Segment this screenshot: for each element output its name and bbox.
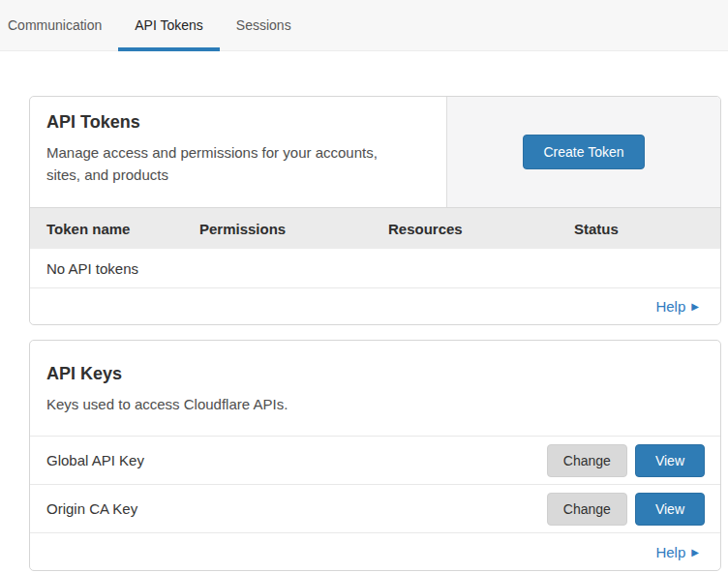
api-tokens-card-header-text: API Tokens Manage access and permissions… [30,97,446,207]
api-tokens-card-description: Manage access and permissions for your a… [46,141,414,187]
tab-sessions[interactable]: Sessions [220,0,308,50]
api-key-label: Origin CA Key [46,500,547,517]
tab-api-tokens[interactable]: API Tokens [118,0,220,50]
api-key-label: Global API Key [46,452,547,468]
column-header-resources: Resources [388,221,574,237]
column-header-permissions: Permissions [199,221,388,237]
api-keys-card: API Keys Keys used to access Cloudflare … [29,340,721,571]
api-tokens-card-action-panel: Create Token [446,97,720,207]
api-keys-card-title: API Keys [46,364,704,384]
keys-help-link-label: Help [655,544,685,560]
tab-bar: Communication API Tokens Sessions [0,0,728,51]
create-token-button[interactable]: Create Token [523,135,644,169]
keys-card-footer: Help ▶ [30,532,720,570]
api-tokens-card: API Tokens Manage access and permissions… [29,96,721,325]
column-header-status: Status [574,221,720,237]
tokens-help-link[interactable]: Help ▶ [655,298,699,315]
api-keys-card-description: Keys used to access Cloudflare APIs. [46,393,414,415]
api-tokens-card-title: API Tokens [46,112,427,133]
change-global-api-key-button[interactable]: Change [547,444,627,477]
help-arrow-icon: ▶ [691,301,699,312]
view-global-api-key-button[interactable]: View [635,444,705,477]
help-arrow-icon: ▶ [691,547,699,558]
column-header-token-name: Token name [46,221,199,237]
tokens-empty-message: No API tokens [46,260,138,277]
tokens-table-header: Token name Permissions Resources Status [30,207,720,249]
api-keys-card-header: API Keys Keys used to access Cloudflare … [30,341,720,436]
view-origin-ca-key-button[interactable]: View [635,493,705,526]
tokens-empty-row: No API tokens [30,249,720,288]
api-key-row-global: Global API Key Change View [30,436,720,484]
tab-communication[interactable]: Communication [0,0,118,50]
tokens-card-footer: Help ▶ [30,288,720,324]
api-tokens-card-header: API Tokens Manage access and permissions… [30,97,720,207]
keys-help-link[interactable]: Help ▶ [655,544,699,560]
tokens-help-link-label: Help [655,298,685,315]
change-origin-ca-key-button[interactable]: Change [547,493,627,526]
api-key-row-origin-ca: Origin CA Key Change View [30,484,720,532]
